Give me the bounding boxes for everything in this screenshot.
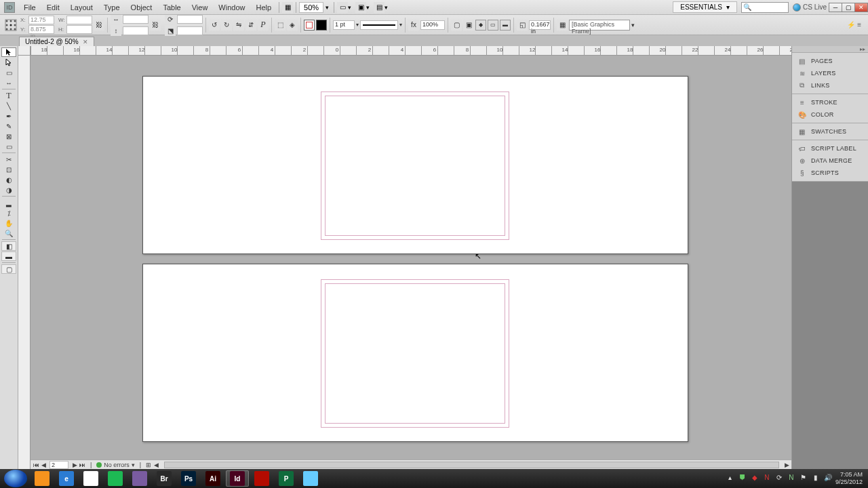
close-button[interactable]: ✕ [854, 3, 868, 12]
menu-edit[interactable]: Edit [42, 1, 64, 14]
h-field[interactable] [66, 25, 92, 34]
maximize-button[interactable]: ▢ [842, 3, 855, 12]
horizontal-ruler[interactable]: 181614121086420246810121416182022242628 [31, 46, 791, 56]
close-tab-icon[interactable]: ✕ [83, 39, 88, 45]
stroke-color[interactable] [304, 20, 315, 30]
taskbar-app-illustrator[interactable]: Ai [201, 470, 224, 487]
eyedropper-tool[interactable]: ⁒ [1, 208, 16, 218]
object-style-dropdown[interactable]: ▾ [631, 22, 635, 28]
page-tool[interactable]: ▭ [1, 68, 16, 77]
view-options-icon[interactable]: ▭ [337, 2, 348, 13]
search-input[interactable]: 🔍 [741, 2, 789, 13]
menu-file[interactable]: File [19, 1, 41, 14]
rotate-cw-icon[interactable]: ↻ [221, 20, 232, 30]
rectangle-tool[interactable]: ▭ [1, 142, 16, 151]
next-page-button[interactable]: ▶ [71, 462, 78, 468]
panel-data-merge[interactable]: ⊕DATA MERGE [792, 155, 868, 167]
taskbar-app-spotify[interactable] [104, 470, 127, 487]
arrange-docs-dropdown[interactable]: ▾ [384, 4, 388, 11]
vertical-ruler[interactable] [18, 56, 31, 469]
type-tool[interactable]: T [1, 91, 16, 100]
page-field[interactable]: 2 [50, 461, 68, 469]
fill-color[interactable] [316, 20, 327, 30]
text-wrap-bound-icon[interactable]: ▣ [463, 20, 474, 30]
preflight-status[interactable]: No errors ▾ [96, 462, 135, 468]
object-style-combo[interactable]: [Basic Graphics Frame] [569, 20, 630, 30]
rotate-field[interactable] [177, 15, 203, 24]
hand-tool[interactable]: ✋ [1, 218, 16, 228]
stroke-weight-dropdown[interactable]: ▾ [356, 22, 359, 28]
minimize-button[interactable]: ─ [829, 3, 842, 12]
tray-flag-icon[interactable]: ⚑ [799, 474, 808, 483]
panel-layers[interactable]: ≋LAYERS [792, 67, 868, 79]
tray-n2-icon[interactable]: N [787, 474, 796, 483]
panel-script-label[interactable]: 🏷SCRIPT LABEL [792, 142, 868, 155]
start-button[interactable] [4, 470, 27, 487]
dock-collapse[interactable]: ▸▸ [792, 46, 868, 53]
taskbar-app-publisher[interactable]: P [275, 470, 298, 487]
tray-av-icon[interactable]: ◆ [750, 474, 760, 483]
text-wrap-jumpcol-icon[interactable]: ▬ [500, 20, 511, 30]
taskbar-app-chrome[interactable] [79, 470, 102, 487]
tray-shield-icon[interactable]: ⛊ [738, 474, 747, 483]
flip-v-icon[interactable]: ⇵ [245, 20, 256, 30]
screen-mode-dropdown[interactable]: ▾ [366, 4, 370, 11]
text-wrap-jump-icon[interactable]: ▭ [488, 20, 498, 30]
stroke-style[interactable] [360, 20, 398, 30]
menu-table[interactable]: Table [158, 1, 185, 14]
taskbar-app-explorer[interactable] [31, 470, 54, 487]
corner-options-icon[interactable]: ◱ [517, 20, 528, 30]
gradient-feather-tool[interactable]: ◑ [1, 185, 16, 195]
taskbar-app-acrobat[interactable] [250, 470, 273, 487]
preflight-dropdown[interactable]: ▾ [132, 462, 135, 468]
tray-volume-icon[interactable]: 🔊 [823, 474, 833, 483]
scale-x-field[interactable] [123, 15, 149, 24]
tray-network-icon[interactable]: ▮ [811, 474, 821, 483]
gap-tool[interactable]: ↔ [1, 78, 16, 87]
scale-y-field[interactable] [123, 26, 149, 35]
select-container-icon[interactable]: ⬚ [275, 20, 285, 30]
panel-links[interactable]: ⧉LINKS [792, 79, 868, 92]
zoom-level[interactable]: 50% [299, 2, 323, 13]
object-style-icon[interactable]: ▦ [557, 20, 568, 30]
menu-layout[interactable]: Layout [66, 1, 98, 14]
pencil-tool[interactable]: ✎ [1, 121, 16, 131]
taskbar-app-bridge[interactable]: Br [153, 470, 176, 487]
constrain-wh-icon[interactable]: ⛓ [94, 20, 104, 30]
fx-icon[interactable]: fx [408, 20, 419, 30]
view-mode[interactable]: ▢ [1, 264, 16, 274]
zoom-dropdown[interactable]: ▾ [323, 4, 331, 11]
screen-mode-icon[interactable]: ▣ [355, 2, 366, 13]
workspace-switcher[interactable]: ESSENTIALS▾ [673, 1, 737, 13]
opacity-field[interactable]: 100% [420, 20, 445, 30]
clock[interactable]: 7:05 AM 9/25/2012 [835, 471, 863, 486]
apply-color[interactable]: ▬ [1, 251, 16, 261]
taskbar-app-photoshop[interactable]: Ps [177, 470, 200, 487]
rotate-ccw-icon[interactable]: ↺ [209, 20, 220, 30]
ruler-origin[interactable] [18, 46, 31, 56]
page-1[interactable] [142, 76, 688, 254]
note-tool[interactable]: ▂ [1, 198, 16, 207]
constrain-scale-icon[interactable]: ⛓ [150, 20, 161, 30]
stroke-weight-field[interactable]: 1 pt [333, 20, 355, 30]
w-field[interactable] [66, 16, 92, 24]
stroke-style-dropdown[interactable]: ▾ [399, 22, 402, 28]
gradient-swatch-tool[interactable]: ◐ [1, 175, 16, 184]
panel-pages[interactable]: ▤PAGES [792, 55, 868, 67]
bridge-icon[interactable]: ▦ [282, 2, 293, 13]
taskbar-app-ie[interactable]: e [55, 470, 78, 487]
select-content-icon[interactable]: ◈ [287, 20, 298, 30]
menu-window[interactable]: Window [214, 1, 250, 14]
scroll-left-button[interactable]: ◀ [154, 462, 159, 468]
page-2[interactable] [142, 264, 688, 442]
rectangle-frame-tool[interactable]: ⊠ [1, 131, 16, 141]
panel-color[interactable]: 🎨COLOR [792, 108, 868, 121]
zoom-tool[interactable]: 🔍 [1, 228, 16, 238]
x-field[interactable]: 12.75 in [28, 16, 54, 24]
taskbar-app-indesign[interactable]: Id [226, 470, 249, 487]
text-wrap-none-icon[interactable]: ▢ [451, 20, 462, 30]
shear-field[interactable] [177, 26, 203, 35]
arrange-docs-icon[interactable]: ▤ [374, 2, 384, 13]
tray-icon[interactable]: ▴ [726, 474, 735, 483]
panel-stroke[interactable]: ≡STROKE [792, 96, 868, 108]
